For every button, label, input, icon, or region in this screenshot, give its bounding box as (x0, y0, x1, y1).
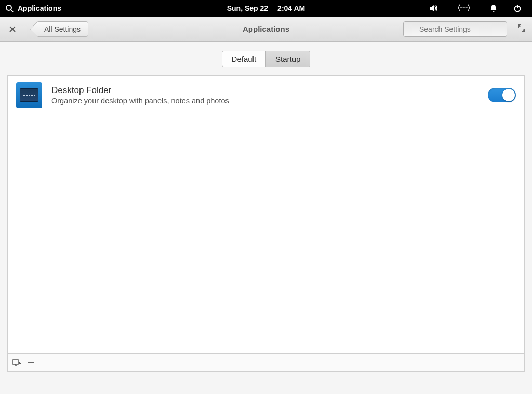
search-input[interactable] (403, 21, 507, 37)
bottom-toolbar (8, 353, 524, 371)
svg-line-1 (11, 10, 13, 12)
svg-rect-8 (12, 360, 19, 364)
all-settings-button[interactable]: All Settings (36, 21, 88, 37)
bell-icon[interactable] (489, 4, 498, 12)
maximize-icon[interactable] (517, 24, 526, 34)
power-icon[interactable] (513, 4, 522, 12)
svg-point-0 (6, 5, 11, 10)
network-icon[interactable]: 〈┄〉 (454, 4, 474, 13)
list-item: Desktop Folder Organize your desktop wit… (16, 82, 516, 108)
tab-default[interactable]: Default (222, 51, 266, 67)
desktop-panel-icon (16, 82, 42, 108)
search-icon[interactable] (5, 4, 14, 12)
page-title: Applications (243, 24, 289, 33)
close-button[interactable] (6, 23, 19, 35)
window-header: All Settings Applications (0, 17, 532, 42)
add-item-icon[interactable] (12, 359, 21, 366)
app-title: Desktop Folder (51, 85, 478, 96)
tab-bar: Default Startup (0, 42, 532, 75)
app-description: Organize your desktop with panels, notes… (51, 97, 478, 105)
startup-apps-list: Desktop Folder Organize your desktop wit… (8, 76, 524, 353)
system-bar: Applications Sun, Sep 22 2:04 AM 〈┄〉 (0, 0, 532, 17)
applications-label[interactable]: Applications (18, 4, 61, 12)
app-toggle[interactable] (488, 88, 516, 102)
tab-startup[interactable]: Startup (265, 51, 310, 67)
back-label: All Settings (44, 25, 81, 33)
system-date[interactable]: Sun, Sep 22 (227, 4, 268, 12)
system-time[interactable]: 2:04 AM (277, 4, 305, 12)
volume-icon[interactable] (429, 4, 438, 13)
remove-item-icon[interactable] (28, 362, 34, 363)
startup-apps-panel: Desktop Folder Organize your desktop wit… (7, 75, 525, 372)
